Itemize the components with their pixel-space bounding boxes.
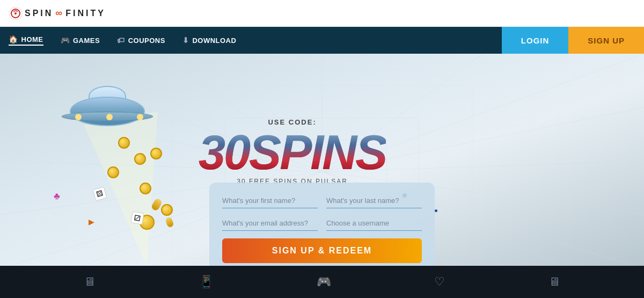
nav-item-coupons[interactable]: 🏷 COUPONS xyxy=(117,36,165,45)
footer-icon-heart: ♡ xyxy=(434,275,445,289)
logo-bar: SPIN ∞ FINITY xyxy=(0,0,644,27)
mobile-icon: 📱 xyxy=(199,275,214,289)
coin-6 xyxy=(150,148,162,159)
club-symbol: ♣ xyxy=(54,191,60,202)
promo-code-text: 30SPINS xyxy=(199,128,386,177)
nav-label-home: HOME xyxy=(21,35,43,43)
logo-icon xyxy=(9,6,23,20)
ufo-light-1 xyxy=(75,114,82,120)
dice-2: ⚂ xyxy=(130,211,144,224)
coin-2 xyxy=(134,153,146,165)
use-code-label: USE CODE: xyxy=(199,118,386,126)
download-icon: ⬇ xyxy=(182,36,189,45)
email-input[interactable] xyxy=(222,216,318,231)
first-name-input[interactable] xyxy=(222,193,318,208)
last-name-input[interactable] xyxy=(326,193,422,208)
footer-icon-mobile: 📱 xyxy=(199,275,214,289)
logo-infinity: ∞ xyxy=(55,8,63,19)
nav-item-home[interactable]: 🏠 HOME xyxy=(9,35,43,46)
games-icon: 🎮 xyxy=(61,36,70,45)
arrow-symbol: ▶ xyxy=(89,217,94,226)
nav-auth-buttons: LOGIN SIGN UP xyxy=(502,27,644,54)
footer-icon-bar: 🖥 📱 🎮 ♡ 🖥 xyxy=(0,266,644,298)
name-row xyxy=(222,193,422,208)
coin-4 xyxy=(140,183,151,194)
coin-5 xyxy=(161,204,173,216)
gamepad-icon: 🎮 xyxy=(317,275,331,289)
home-icon: 🏠 xyxy=(9,35,18,43)
coupons-icon: 🏷 xyxy=(117,36,125,45)
dot-2 xyxy=(435,209,437,212)
footer-icon-display: 🖥 xyxy=(548,275,560,289)
redeem-button[interactable]: SIGN UP & REDEEM xyxy=(222,238,422,263)
nav-label-coupons: COUPONS xyxy=(128,37,165,45)
svg-point-2 xyxy=(14,12,17,14)
nav-label-download: DOWNLOAD xyxy=(192,37,236,45)
coin-3 xyxy=(107,166,119,178)
heart-icon: ♡ xyxy=(434,275,445,289)
nav-items: 🏠 HOME 🎮 GAMES 🏷 COUPONS ⬇ DOWNLOAD xyxy=(0,35,502,46)
footer-icon-monitor: 🖥 xyxy=(84,275,96,289)
credentials-row xyxy=(222,216,422,231)
promo-code: 30SPINS xyxy=(199,128,386,177)
footer-icon-gamepad: 🎮 xyxy=(317,275,331,289)
promo-text-area: USE CODE: 30SPINS 30 FREE SPINS ON PULSA… xyxy=(199,118,386,185)
login-button[interactable]: LOGIN xyxy=(502,27,569,54)
site-logo[interactable]: SPIN ∞ FINITY xyxy=(9,6,106,20)
monitor-icon: 🖥 xyxy=(84,275,96,289)
hero-section: ⚄ ⚂ ♣ ▶ USE CODE: 30SPINS 30 FREE SPINS … xyxy=(0,54,644,298)
nav-bar: 🏠 HOME 🎮 GAMES 🏷 COUPONS ⬇ DOWNLOAD LOGI… xyxy=(0,27,644,54)
coin-1 xyxy=(118,137,130,149)
nav-item-games[interactable]: 🎮 GAMES xyxy=(61,36,100,45)
username-input[interactable] xyxy=(326,216,422,231)
display-icon: 🖥 xyxy=(548,275,560,289)
signup-button[interactable]: SIGN UP xyxy=(568,27,644,54)
nav-label-games: GAMES xyxy=(73,37,100,45)
ufo-light-3 xyxy=(137,114,143,120)
logo-finity: FINITY xyxy=(65,9,106,18)
logo-spin: SPIN xyxy=(25,9,53,18)
ufo-light-2 xyxy=(106,114,113,120)
nav-item-download[interactable]: ⬇ DOWNLOAD xyxy=(182,36,237,45)
